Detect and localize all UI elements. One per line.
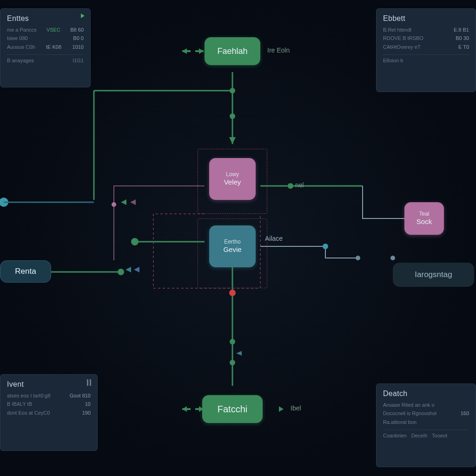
footer-link[interactable]: Deceih: [411, 433, 427, 438]
node-top-side-label: Ire Eoln: [267, 46, 290, 54]
svg-marker-19: [130, 199, 136, 205]
svg-point-8: [323, 244, 328, 249]
table-row: me a PanccsVSECB8 60: [7, 26, 84, 33]
svg-point-9: [356, 256, 360, 260]
node-mid-upper[interactable]: Lowy Veley: [209, 158, 256, 200]
panel-bottom-left[interactable]: Ivent atses eos I tart0:g8Goot 810 B IBA…: [0, 374, 98, 451]
svg-point-6: [118, 269, 124, 275]
svg-marker-18: [121, 199, 126, 205]
svg-point-4: [112, 202, 116, 207]
table-row: atses eos I tart0:g8Goot 810: [7, 392, 91, 399]
svg-marker-16: [182, 406, 187, 412]
svg-point-1: [230, 88, 235, 93]
node-right-small[interactable]: Teal Sock: [404, 202, 444, 235]
node-bottom[interactable]: Fatcchi: [202, 395, 263, 423]
panel-title: Deatch: [383, 390, 469, 398]
node-bottom-side-label: Ibel: [291, 404, 301, 412]
node-mid-upper-side-label: nel: [295, 181, 304, 189]
svg-point-3: [0, 198, 8, 207]
svg-point-11: [229, 290, 236, 296]
table-row: dont Eos at CeyC0190: [7, 410, 91, 416]
node-mid-lower-side-label: Ailace: [265, 235, 283, 242]
arrow-decoration-icon: [126, 265, 144, 279]
panel-title: Enttes: [7, 14, 84, 23]
panel-bottom-right[interactable]: Deatch Ansase Rited an ank o Dococneli i…: [376, 383, 476, 467]
table-row: tsiee 080B0 0: [7, 35, 84, 42]
node-left[interactable]: Renta: [0, 260, 51, 283]
svg-point-10: [390, 256, 395, 260]
table-row: Ra.attiorat bon: [383, 419, 469, 426]
table-row: CAtHtOverey eTE T0: [383, 44, 469, 51]
table-row: RDOVE B tRSBOB0 30: [383, 35, 469, 42]
svg-marker-14: [182, 48, 187, 54]
svg-point-12: [230, 339, 235, 344]
svg-point-7: [288, 183, 293, 189]
footer-link[interactable]: Coanbrien: [383, 433, 407, 438]
table-row: B IBALY tB10: [7, 401, 91, 408]
svg-marker-0: [229, 137, 236, 144]
node-mid-lower[interactable]: Eertho Gevie: [209, 225, 256, 267]
pause-icon[interactable]: [87, 379, 92, 386]
table-row: Dococneli is Rgnooshol160: [383, 410, 469, 417]
node-right-big[interactable]: Iarogsntag: [393, 263, 474, 287]
table-row: Ansase Rited an ank o: [383, 402, 469, 409]
node-top[interactable]: Faehlah: [205, 37, 260, 65]
svg-marker-21: [134, 267, 139, 272]
panel-top-right[interactable]: Ebbett B.Ret htendtE.8 B1 RDOVE B tRSBOB…: [376, 8, 476, 92]
footer-link[interactable]: Tooeot: [432, 433, 447, 438]
svg-marker-20: [126, 267, 131, 272]
svg-point-2: [230, 113, 235, 119]
svg-point-13: [230, 360, 235, 365]
panel-top-left[interactable]: Enttes me a PanccsVSECB8 60 tsiee 080B0 …: [0, 8, 91, 87]
svg-point-5: [131, 238, 139, 245]
panel-title: Ivent: [7, 380, 91, 389]
arrow-decoration-icon: [121, 198, 139, 212]
svg-marker-15: [199, 48, 204, 54]
table-row: Auosue C0htE K081010: [7, 44, 84, 51]
panel-title: Ebbett: [383, 14, 469, 23]
play-icon[interactable]: [81, 13, 85, 18]
table-row: B.Ret htendtE.8 B1: [383, 26, 469, 33]
